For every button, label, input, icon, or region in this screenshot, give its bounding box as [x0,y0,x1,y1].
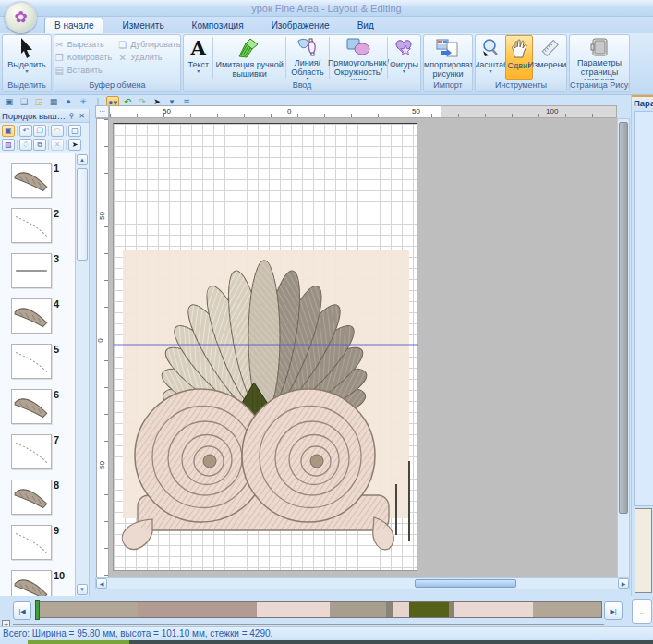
close-panel-icon[interactable]: ✕ [77,112,87,120]
group-label-import: Импорт [424,80,472,91]
sew-order-item-1[interactable] [11,163,52,198]
simulator-prev-icon[interactable]: |◀ [13,601,31,620]
sew-order-number: 5 [54,344,59,355]
tab-edit[interactable]: Изменить [113,18,173,33]
cut-button[interactable]: ✂Вырезать [54,38,112,51]
scroll-down-icon[interactable]: ▼ [77,584,88,595]
text-tool-button[interactable]: A Текст ▾ [184,35,212,80]
delete-icon: ✕ [117,53,127,63]
sew-order-item-9[interactable] [11,525,52,560]
sew-order-item-6[interactable] [11,389,52,424]
status-bar: Всего: Ширина = 95.80 мм, высота = 101.1… [0,626,653,640]
delete-button[interactable]: ✕Удалить [117,51,180,64]
sewing-order-header: Порядок вышивания ⚲ ✕ [0,109,89,123]
zoom-tool-label: Масштаб [476,60,508,69]
canvas-horizontal-scrollbar[interactable]: ◀ ▶ [95,577,630,589]
sewing-order-list: 12345678910 [0,153,76,596]
stitch-thumbnail [12,299,51,333]
simulator-next-icon[interactable]: ▶| [604,601,623,620]
move-backward-icon[interactable]: ↶ [19,125,32,137]
design-page[interactable] [113,123,417,571]
tab-image[interactable]: Изображение [262,18,339,33]
sew-order-item-8[interactable] [11,480,52,515]
ribbon-group-tools: Масштаб ▾ Сдвиг [475,34,567,92]
ruler-label: 0 [287,107,291,115]
ruler-origin-box[interactable]: ⋯ [95,105,109,118]
hand-stitch-imitation-button[interactable]: Имитация ручной вышивки [213,35,285,80]
paste-button[interactable]: ▤Вставить [54,64,112,77]
chevron-down-icon: ▾ [489,69,491,74]
hand-stitch-label: Имитация ручной вышивки [214,60,284,79]
scrollbar-thumb[interactable] [619,122,628,514]
group-label-input: Ввод [184,80,420,91]
measure-tool-button[interactable]: Измерение [533,35,566,80]
application-menu-button[interactable]: ✿ [5,1,37,33]
scroll-up-icon[interactable]: ▲ [77,154,88,165]
save-icon[interactable]: ▦ [47,96,60,108]
color-change-icon[interactable]: ▨ [2,139,15,151]
sew-order-number: 10 [54,570,65,581]
zoom-tool-button[interactable]: Масштаб ▾ [476,35,505,80]
pan-tool-button[interactable]: Сдвиг [505,35,533,80]
tab-composition[interactable]: Композиция [183,18,253,33]
design-page-settings-button[interactable]: Параметры страницы Рисунка [570,35,629,80]
stitch-simulator-bar: |◀ ▶| + .. [0,596,653,626]
sew-order-item-10[interactable] [11,570,52,596]
design-canvas[interactable] [109,118,617,577]
hoop-frame-icon[interactable]: ▢ [68,125,81,137]
sew-order-item-7[interactable] [11,434,52,469]
chevron-down-icon: ▾ [403,69,405,74]
scroll-right-icon[interactable]: ▶ [618,578,629,589]
sew-curve-icon[interactable]: ⍥ [19,139,32,151]
shapes-button[interactable]: Фигуры ▾ [388,35,420,80]
measure-tool-label: Измерение [528,60,566,69]
group-pieces-icon[interactable]: ⧉ [33,139,46,151]
hoop-icon[interactable]: ● [62,96,75,108]
move-forward-icon[interactable]: ❐ [33,125,46,137]
parameters-panel-title[interactable]: Параметры [632,95,653,109]
vertical-ruler: 50050 [96,118,109,577]
pointer-icon[interactable]: ➤ [68,139,81,151]
sew-order-item-4[interactable] [11,298,52,334]
group-label-tools: Инструменты [476,80,566,91]
scrollbar-thumb[interactable] [77,168,88,261]
copy-button[interactable]: ❐Копировать [54,51,112,64]
thread-color-sequence-strip[interactable] [35,601,602,618]
stitch-flower-icon[interactable]: ✳ [77,96,90,108]
rect-circle-arc-button[interactable]: Прямоугольник/ Окружность/Дуга [330,35,387,80]
sew-order-number: 3 [54,253,59,264]
new-document-icon[interactable]: ❑ [18,96,30,108]
thread-color-segment [409,602,449,617]
scissors-icon: ✂ [54,40,65,50]
sewing-order-scrollbar[interactable]: ▲ ▼ [75,153,89,596]
sewing-order-title: Порядок вышивания [2,111,67,121]
delete-piece-icon[interactable]: ✕ [51,139,64,151]
scrollbar-thumb[interactable] [415,579,516,588]
open-folder-icon[interactable]: ◲ [32,96,45,108]
simulator-position-slider[interactable] [35,600,40,620]
duplicate-button[interactable]: ❏Дублировать [117,38,180,51]
sew-order-number: 2 [54,208,59,219]
scroll-left-icon[interactable]: ◀ [96,578,107,589]
pin-panel-icon[interactable]: ⚲ [67,112,77,120]
group-label-design-page: Страница Рисунка [570,80,629,91]
design-property-icon[interactable]: ▣ [3,96,16,108]
line-region-button[interactable]: Линия/Область ▾ [286,35,329,80]
sew-order-item-5[interactable] [11,344,52,379]
ruler-label: 50 [98,212,106,220]
tab-home[interactable]: В начале [44,18,103,33]
sew-order-item-2[interactable] [11,208,52,243]
lock-icon[interactable]: ◠ [51,125,64,137]
canvas-vertical-scrollbar[interactable] [617,118,630,577]
import-designs-button[interactable]: Импортировать рисунки [424,35,472,80]
select-button[interactable]: Выделить ▾ [6,35,47,80]
panel-resize-grip[interactable]: .. [632,599,652,624]
stitch-thumbnail [12,526,51,559]
ribbon: Выделить ▾ Выделить ✂Вырезать ❐Копироват… [0,33,653,95]
window-title: урок Fine Area - Layout & Editing [0,3,653,14]
select-frame-icon[interactable]: ▣ [2,125,15,137]
palmette-embroidery-design[interactable] [114,124,418,572]
tab-view[interactable]: Вид [348,18,383,33]
duplicate-label: Дублировать [130,40,180,49]
sew-order-item-3[interactable] [11,253,52,288]
